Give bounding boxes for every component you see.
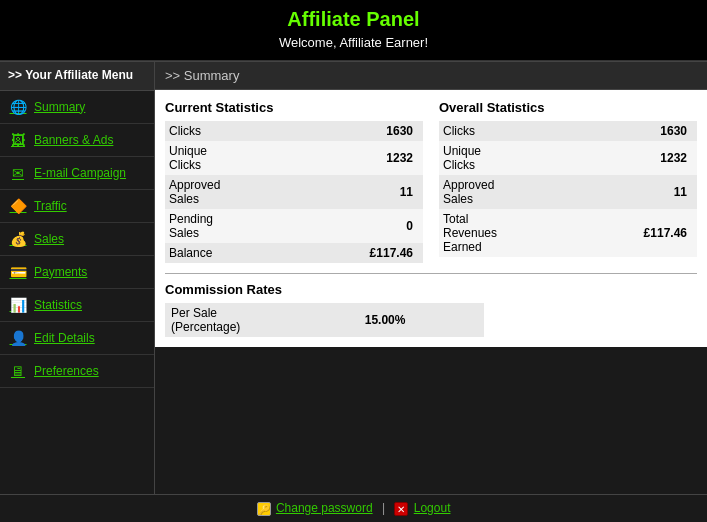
table-row: UniqueClicks 1232	[439, 141, 697, 175]
current-stats-section: Current Statistics Clicks 1630 UniqueCli…	[165, 100, 423, 263]
sidebar-label-traffic: Traffic	[34, 199, 67, 213]
main-area: >> Your Affiliate Menu 🌐 Summary 🖼 Banne…	[0, 61, 707, 494]
sidebar-item-edit-details[interactable]: 👤 Edit Details	[0, 322, 154, 355]
page-wrapper: Affiliate Panel Welcome, Affiliate Earne…	[0, 0, 707, 522]
cell-value: 15.00%	[359, 303, 484, 337]
current-stats-table: Clicks 1630 UniqueClicks 1232 ApprovedSa…	[165, 121, 423, 263]
edit-details-icon: 👤	[8, 328, 28, 348]
banners-icon: 🖼	[8, 130, 28, 150]
commission-table: Per Sale(Percentage) 15.00%	[165, 303, 484, 337]
content-heading: >> Summary	[155, 62, 707, 90]
overall-stats-heading: Overall Statistics	[439, 100, 697, 115]
sidebar-item-summary[interactable]: 🌐 Summary	[0, 91, 154, 124]
sidebar-item-banners[interactable]: 🖼 Banners & Ads	[0, 124, 154, 157]
cell-value: 1232	[296, 141, 423, 175]
sidebar-label-email: E-mail Campaign	[34, 166, 126, 180]
sidebar-label-summary: Summary	[34, 100, 85, 114]
cell-label: TotalRevenuesEarned	[439, 209, 573, 257]
logout-icon: ✕	[394, 502, 408, 516]
content-area: >> Summary Current Statistics Clicks 163…	[155, 62, 707, 494]
sidebar-label-edit-details: Edit Details	[34, 331, 95, 345]
cell-label: ApprovedSales	[165, 175, 296, 209]
cell-value: £117.46	[296, 243, 423, 263]
sidebar-label-sales: Sales	[34, 232, 64, 246]
cell-label: ApprovedSales	[439, 175, 573, 209]
traffic-icon: 🔶	[8, 196, 28, 216]
table-row: UniqueClicks 1232	[165, 141, 423, 175]
content-body: Current Statistics Clicks 1630 UniqueCli…	[155, 90, 707, 347]
sidebar-label-statistics: Statistics	[34, 298, 82, 312]
sidebar-item-preferences[interactable]: 🖥 Preferences	[0, 355, 154, 388]
cell-label: Clicks	[165, 121, 296, 141]
commission-heading: Commission Rates	[165, 282, 697, 297]
sidebar: >> Your Affiliate Menu 🌐 Summary 🖼 Banne…	[0, 62, 155, 494]
sidebar-nav: 🌐 Summary 🖼 Banners & Ads ✉ E-mail Campa…	[0, 91, 154, 388]
sales-icon: 💰	[8, 229, 28, 249]
sidebar-heading: >> Your Affiliate Menu	[0, 62, 154, 91]
logout-link[interactable]: Logout	[414, 501, 451, 515]
sidebar-label-payments: Payments	[34, 265, 87, 279]
payments-icon: 💳	[8, 262, 28, 282]
cell-label: PendingSales	[165, 209, 296, 243]
cell-value: 1232	[573, 141, 697, 175]
preferences-icon: 🖥	[8, 361, 28, 381]
sidebar-label-banners: Banners & Ads	[34, 133, 113, 147]
overall-stats-table: Clicks 1630 UniqueClicks 1232 ApprovedSa…	[439, 121, 697, 257]
current-stats-heading: Current Statistics	[165, 100, 423, 115]
table-row: Balance £117.46	[165, 243, 423, 263]
cell-value: £117.46	[573, 209, 697, 257]
table-row: PendingSales 0	[165, 209, 423, 243]
cell-label: UniqueClicks	[439, 141, 573, 175]
table-row: Clicks 1630	[439, 121, 697, 141]
cell-label: Per Sale(Percentage)	[165, 303, 359, 337]
stats-container: Current Statistics Clicks 1630 UniqueCli…	[155, 90, 707, 263]
sidebar-item-email[interactable]: ✉ E-mail Campaign	[0, 157, 154, 190]
cell-value: 0	[296, 209, 423, 243]
footer-separator: |	[382, 501, 385, 515]
cell-value: 1630	[573, 121, 697, 141]
table-row: Per Sale(Percentage) 15.00%	[165, 303, 484, 337]
sidebar-item-payments[interactable]: 💳 Payments	[0, 256, 154, 289]
cell-value: 11	[573, 175, 697, 209]
footer: 🔑 Change password | ✕ Logout	[0, 494, 707, 522]
sidebar-item-traffic[interactable]: 🔶 Traffic	[0, 190, 154, 223]
cell-value: 11	[296, 175, 423, 209]
cell-label: Clicks	[439, 121, 573, 141]
statistics-icon: 📊	[8, 295, 28, 315]
email-icon: ✉	[8, 163, 28, 183]
summary-icon: 🌐	[8, 97, 28, 117]
sidebar-item-statistics[interactable]: 📊 Statistics	[0, 289, 154, 322]
page-title: Affiliate Panel	[0, 8, 707, 31]
welcome-message: Welcome, Affiliate Earner!	[0, 31, 707, 56]
table-row: Clicks 1630	[165, 121, 423, 141]
section-divider	[165, 273, 697, 274]
table-row: ApprovedSales 11	[439, 175, 697, 209]
change-password-link[interactable]: Change password	[276, 501, 373, 515]
table-row: ApprovedSales 11	[165, 175, 423, 209]
sidebar-item-sales[interactable]: 💰 Sales	[0, 223, 154, 256]
overall-stats-section: Overall Statistics Clicks 1630 UniqueCli…	[439, 100, 697, 263]
cell-label: Balance	[165, 243, 296, 263]
key-icon: 🔑	[257, 502, 271, 516]
table-row: TotalRevenuesEarned £117.46	[439, 209, 697, 257]
cell-value: 1630	[296, 121, 423, 141]
commission-section: Commission Rates Per Sale(Percentage) 15…	[155, 263, 707, 347]
cell-label: UniqueClicks	[165, 141, 296, 175]
sidebar-label-preferences: Preferences	[34, 364, 99, 378]
header: Affiliate Panel Welcome, Affiliate Earne…	[0, 0, 707, 61]
